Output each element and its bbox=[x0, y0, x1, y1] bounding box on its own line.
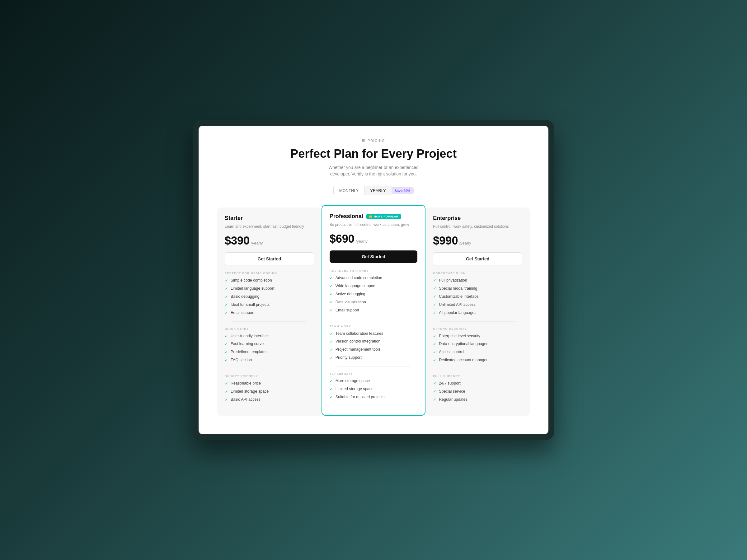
plans-grid: StarterLearn and experiment, start fast,… bbox=[217, 205, 530, 415]
check-icon: ✓ bbox=[433, 350, 436, 355]
check-icon: ✓ bbox=[225, 381, 228, 386]
feature-item: ✓Suitable for m-sized projects bbox=[330, 395, 418, 400]
screen: ⊞ PRICING Perfect Plan for Every Project… bbox=[199, 126, 548, 434]
plan-desc-enterprise: Full control, work safety, customized so… bbox=[433, 224, 522, 229]
save-badge: Save 20% bbox=[391, 187, 414, 194]
price-period-starter: /yearly bbox=[251, 241, 263, 245]
plan-price-starter: $390/yearly bbox=[225, 234, 314, 247]
check-icon: ✓ bbox=[433, 342, 436, 347]
check-icon: ✓ bbox=[225, 334, 228, 339]
feature-item: ✓Special modal training bbox=[433, 286, 522, 292]
plan-features-enterprise: CORPORATE PLAN✓Full privatization✓Specia… bbox=[426, 272, 530, 416]
plan-header-starter: StarterLearn and experiment, start fast,… bbox=[217, 208, 321, 272]
feature-label: Data encryptional languages bbox=[439, 341, 488, 346]
check-icon: ✓ bbox=[225, 350, 228, 355]
feature-label: Email support bbox=[336, 308, 359, 313]
feature-label: Priority support bbox=[336, 355, 362, 360]
feature-item: ✓Fast learning curve bbox=[225, 341, 314, 347]
check-icon: ✓ bbox=[225, 294, 228, 300]
check-icon: ✓ bbox=[433, 334, 436, 339]
check-icon: ✓ bbox=[433, 381, 436, 386]
feature-label: More storage space bbox=[336, 378, 370, 383]
check-icon: ✓ bbox=[433, 397, 436, 403]
cta-button-professional[interactable]: Get Started bbox=[330, 250, 418, 263]
check-icon: ✓ bbox=[330, 347, 333, 352]
feature-label: Ideal for small projects bbox=[231, 302, 269, 307]
feature-item: ✓Predefined templates bbox=[225, 349, 314, 355]
plan-name-starter: Starter bbox=[225, 215, 243, 221]
feature-item: ✓Basic debugging bbox=[225, 294, 314, 300]
check-icon: ✓ bbox=[433, 302, 436, 308]
cta-button-starter[interactable]: Get Started bbox=[225, 252, 314, 265]
feature-section-0: PERFECT FOR BASIC CODING✓Simple code com… bbox=[225, 272, 314, 316]
section-divider bbox=[337, 319, 410, 319]
check-icon: ✓ bbox=[225, 358, 228, 363]
feature-item: ✓Team collaboration features bbox=[330, 331, 418, 337]
check-icon: ✓ bbox=[330, 300, 333, 305]
feature-item: ✓24/7 support bbox=[433, 381, 522, 386]
price-amount-professional: $690 bbox=[330, 232, 355, 245]
monthly-toggle[interactable]: MONTHLY bbox=[333, 186, 365, 195]
feature-section-1: QUICK START✓User-friendly interface✓Fast… bbox=[225, 327, 314, 364]
check-icon: ✓ bbox=[433, 358, 436, 363]
check-icon: ✓ bbox=[330, 276, 333, 281]
check-icon: ✓ bbox=[330, 395, 333, 400]
pricing-label: ⊞ PRICING bbox=[217, 138, 530, 143]
check-icon: ✓ bbox=[225, 278, 228, 284]
feature-item: ✓More storage space bbox=[330, 378, 418, 384]
feature-label: Special service bbox=[439, 389, 465, 394]
feature-label: Active debugging bbox=[336, 292, 365, 296]
feature-item: ✓Customizable interface bbox=[433, 294, 522, 300]
check-icon: ✓ bbox=[433, 286, 436, 292]
yearly-toggle[interactable]: YEARLY bbox=[364, 186, 391, 195]
plan-desc-professional: Be productive, full control, work as a t… bbox=[330, 222, 418, 228]
pricing-text: PRICING bbox=[367, 139, 385, 142]
feature-item: ✓Unlimited API access bbox=[433, 302, 522, 308]
feature-item: ✓Version control integration bbox=[330, 339, 418, 344]
check-icon: ✓ bbox=[433, 311, 436, 316]
section-divider bbox=[440, 369, 515, 369]
feature-label: Suitable for m-sized projects bbox=[336, 395, 385, 399]
feature-section-2: SCALEBILITY✓More storage space✓Limited s… bbox=[330, 372, 418, 400]
plan-header-enterprise: EnterpriseFull control, work safety, cus… bbox=[426, 208, 530, 272]
crown-icon: 👑 bbox=[369, 215, 372, 218]
feature-label: 24/7 support bbox=[439, 381, 461, 386]
feature-item: ✓Regular updates bbox=[433, 397, 522, 403]
feature-item: ✓Dedicated account manager bbox=[433, 357, 522, 363]
plan-price-enterprise: $990/yearly bbox=[433, 234, 522, 247]
feature-label: Enterprise level security bbox=[439, 334, 480, 339]
feature-section-0: ADVANCED FEATURES✓Advanced code completi… bbox=[330, 269, 418, 313]
feature-item: ✓Email support bbox=[225, 310, 314, 316]
feature-section-1: STRONG SECURITY✓Enterprise level securit… bbox=[433, 327, 522, 364]
feature-label: User-friendly interface bbox=[231, 334, 268, 339]
check-icon: ✓ bbox=[330, 308, 333, 313]
feature-label: Advanced code completion bbox=[336, 275, 382, 280]
feature-item: ✓Limited language support bbox=[225, 286, 314, 292]
feature-item: ✓Enterprise level security bbox=[433, 334, 522, 339]
section-divider bbox=[440, 321, 515, 322]
plan-desc-starter: Learn and experiment, start fast, budget… bbox=[225, 224, 314, 229]
feature-item: ✓Data visualization bbox=[330, 300, 418, 305]
device-frame: ⊞ PRICING Perfect Plan for Every Project… bbox=[193, 120, 554, 439]
check-icon: ✓ bbox=[225, 311, 228, 316]
feature-label: Regular updates bbox=[439, 397, 467, 402]
feature-label: Basic debugging bbox=[231, 294, 259, 299]
check-icon: ✓ bbox=[225, 286, 228, 292]
feature-label: Limited storage space bbox=[231, 389, 268, 394]
price-amount-enterprise: $990 bbox=[433, 234, 458, 247]
check-icon: ✓ bbox=[330, 331, 333, 337]
popular-badge: 👑 MORE POPULAR bbox=[366, 214, 401, 219]
check-icon: ✓ bbox=[225, 342, 228, 347]
check-icon: ✓ bbox=[330, 379, 333, 384]
section-divider bbox=[232, 369, 307, 369]
cta-button-enterprise[interactable]: Get Started bbox=[433, 252, 522, 265]
feature-item: ✓Special service bbox=[433, 389, 522, 395]
section-title-0: PERFECT FOR BASIC CODING bbox=[225, 272, 314, 275]
check-icon: ✓ bbox=[225, 397, 228, 403]
feature-label: Predefined templates bbox=[231, 349, 267, 354]
plan-features-starter: PERFECT FOR BASIC CODING✓Simple code com… bbox=[217, 272, 321, 416]
feature-item: ✓Basic API access bbox=[225, 397, 314, 403]
section-title-2: BUDGET FRIENDLY bbox=[225, 375, 314, 378]
section-divider bbox=[232, 321, 307, 322]
plan-features-professional: ADVANCED FEATURES✓Advanced code completi… bbox=[322, 269, 425, 413]
